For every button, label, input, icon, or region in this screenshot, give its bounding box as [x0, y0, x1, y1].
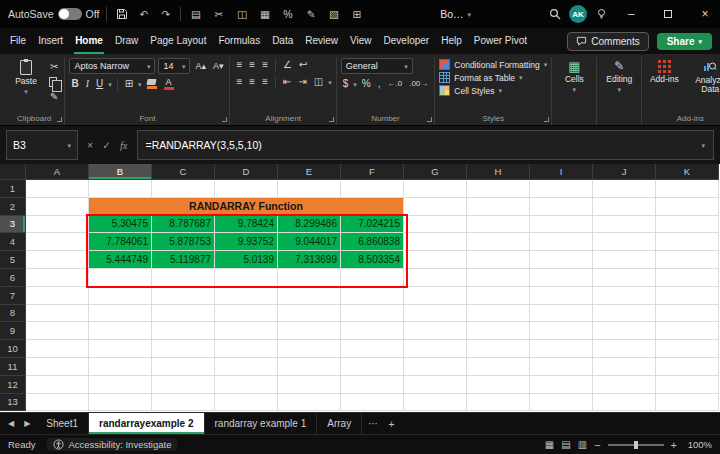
grid-cell-E5[interactable]: 7.313699 — [278, 251, 341, 269]
row-header-2[interactable]: 2 — [0, 198, 26, 216]
grid-cell-E13[interactable] — [278, 394, 341, 412]
formula-input[interactable]: =RANDARRAY(3,5,5,10) ▾ — [137, 130, 714, 160]
grid-cell-C1[interactable] — [152, 180, 215, 198]
decrease-indent-icon[interactable]: ⇤ — [281, 75, 293, 89]
grid-cell-J9[interactable] — [593, 322, 656, 340]
cancel-icon[interactable]: × — [87, 139, 93, 151]
grid-cell-B1[interactable] — [89, 180, 152, 198]
grid-cell-K13[interactable] — [656, 394, 719, 412]
grid-cell-A9[interactable] — [26, 322, 89, 340]
grid-cell-E1[interactable] — [278, 180, 341, 198]
conditional-formatting-button[interactable]: Conditional Formatting ▾ — [439, 59, 547, 70]
align-left-icon[interactable]: ≡ — [234, 75, 244, 89]
grid-cell-K12[interactable] — [656, 376, 719, 394]
autosave-switch-icon[interactable] — [58, 8, 82, 20]
row-header-8[interactable]: 8 — [0, 305, 26, 323]
cut-icon[interactable]: ✂ — [48, 60, 60, 74]
grid-cell-I5[interactable] — [530, 251, 593, 269]
normal-view-icon[interactable]: ▦ — [545, 439, 554, 450]
grid-cell-H12[interactable] — [467, 376, 530, 394]
editing-button[interactable]: ✎ Editing ▾ — [601, 58, 637, 95]
grid-cell-A6[interactable] — [26, 269, 89, 287]
grid-cell-G11[interactable] — [404, 358, 467, 376]
chart-icon[interactable]: ▦ — [257, 8, 272, 20]
grid-cell-A5[interactable] — [26, 251, 89, 269]
cell-styles-button[interactable]: Cell Styles ▾ — [439, 85, 547, 96]
grid-cell-A4[interactable] — [26, 233, 89, 251]
align-right-icon[interactable]: ≡ — [260, 75, 270, 89]
align-middle-icon[interactable]: ≡ — [247, 58, 257, 72]
grid-cell-A3[interactable] — [26, 216, 89, 234]
grid-cell-A12[interactable] — [26, 376, 89, 394]
grid-cell-J5[interactable] — [593, 251, 656, 269]
addins-button[interactable]: Add-ins — [646, 58, 682, 86]
font-size-select[interactable]: 14 ▾ — [158, 58, 190, 74]
grid-cell-F3[interactable]: 7.024215 — [341, 216, 404, 234]
grid-cell-B5[interactable]: 5.444749 — [89, 251, 152, 269]
grid-cell-F6[interactable] — [341, 269, 404, 287]
grid-cell-H10[interactable] — [467, 340, 530, 358]
number-format-select[interactable]: General ▾ — [341, 58, 413, 74]
workbook-title[interactable]: Bo… ▾ — [440, 8, 471, 20]
grid-cell-D13[interactable] — [215, 394, 278, 412]
grid-cell-K10[interactable] — [656, 340, 719, 358]
font-dialog-launcher-icon[interactable] — [222, 117, 227, 122]
grid-cell-K8[interactable] — [656, 305, 719, 323]
sheet-tab-sheet1[interactable]: Sheet1 — [36, 413, 89, 434]
grid-cell-G3[interactable] — [404, 216, 467, 234]
grid-cell-E10[interactable] — [278, 340, 341, 358]
decrease-decimal-icon[interactable]: .00→ — [407, 77, 430, 91]
grid-cell-B10[interactable] — [89, 340, 152, 358]
column-header-I[interactable]: I — [530, 164, 593, 180]
grid-cell-I7[interactable] — [530, 287, 593, 305]
grid-cell-B4[interactable]: 7.784061 — [89, 233, 152, 251]
grid-cell-A13[interactable] — [26, 394, 89, 412]
grid-cell-D12[interactable] — [215, 376, 278, 394]
grid-cell-K6[interactable] — [656, 269, 719, 287]
grid-cell-H2[interactable] — [467, 198, 530, 216]
grid-cell-B13[interactable] — [89, 394, 152, 412]
save-icon[interactable] — [114, 8, 129, 20]
grid-cell-D8[interactable] — [215, 305, 278, 323]
grid-cell-K11[interactable] — [656, 358, 719, 376]
menu-tab-power-pivot[interactable]: Power Pivot — [468, 28, 533, 54]
grid-cell-H1[interactable] — [467, 180, 530, 198]
grid-cell-J11[interactable] — [593, 358, 656, 376]
menu-tab-draw[interactable]: Draw — [109, 28, 144, 54]
grid-cell-F9[interactable] — [341, 322, 404, 340]
number-dialog-launcher-icon[interactable] — [427, 117, 432, 122]
grid-cell-G8[interactable] — [404, 305, 467, 323]
grid-cell-A7[interactable] — [26, 287, 89, 305]
grid-cell-C10[interactable] — [152, 340, 215, 358]
grid-cell-I10[interactable] — [530, 340, 593, 358]
grid-cell-F10[interactable] — [341, 340, 404, 358]
percent-style-icon[interactable]: % — [280, 8, 295, 20]
grid-cell-B3[interactable]: 5.30475 — [89, 216, 152, 234]
grid-cell-F12[interactable] — [341, 376, 404, 394]
percent-icon[interactable]: % — [360, 77, 373, 91]
grid-cell-E4[interactable]: 9.044017 — [278, 233, 341, 251]
grid-cell-C8[interactable] — [152, 305, 215, 323]
column-header-D[interactable]: D — [215, 164, 278, 180]
grid-cell-K1[interactable] — [656, 180, 719, 198]
grid-cell-G12[interactable] — [404, 376, 467, 394]
grid-cell-E6[interactable] — [278, 269, 341, 287]
grid-cell-K7[interactable] — [656, 287, 719, 305]
grid-cell-C3[interactable]: 8.787687 — [152, 216, 215, 234]
formula-bar-expand-icon[interactable]: ▾ — [701, 142, 705, 149]
format-painter-icon[interactable]: ✎ — [48, 90, 60, 104]
row-header-4[interactable]: 4 — [0, 233, 26, 251]
grid-cell-C6[interactable] — [152, 269, 215, 287]
styles-dialog-launcher-icon[interactable] — [544, 117, 549, 122]
grid-cell-G6[interactable] — [404, 269, 467, 287]
grid-cell-C4[interactable]: 5.878753 — [152, 233, 215, 251]
row-header-7[interactable]: 7 — [0, 287, 26, 305]
autosave-toggle[interactable]: AutoSave Off — [8, 8, 99, 20]
format-painter-icon[interactable]: ✎ — [303, 8, 318, 20]
column-header-C[interactable]: C — [152, 164, 215, 180]
grid-cell-I1[interactable] — [530, 180, 593, 198]
align-bottom-icon[interactable]: ≡ — [260, 58, 270, 72]
grid-cell-G9[interactable] — [404, 322, 467, 340]
sheet-tab-randarrayexample-2[interactable]: randarrayexample 2 — [89, 413, 205, 434]
column-header-E[interactable]: E — [278, 164, 341, 180]
